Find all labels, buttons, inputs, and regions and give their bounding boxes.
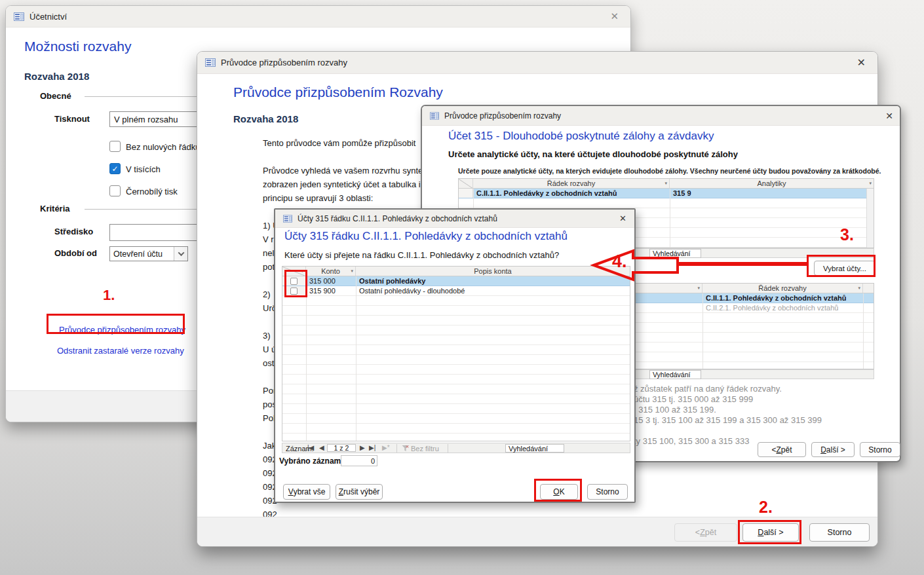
row-checkbox[interactable] [290,288,298,295]
period-from-select[interactable]: Otevření účtu [109,246,188,261]
next-button[interactable]: Další > [811,442,855,457]
remove-old-versions-link[interactable]: Odstranit zastaralé verze rozvahy [57,346,184,356]
next-label-key: D [758,528,763,537]
row-checkbox-cell[interactable] [282,286,306,295]
search-placeholder: Vyhledávání [653,250,690,257]
table-row-selected[interactable]: 315 000 Ostatní pohledávky [282,276,630,286]
gridline [306,276,307,441]
back-button[interactable]: < Zpět [674,523,737,542]
column-header-radek-rozvahy[interactable]: Řádek rozvahy▾ [703,284,863,293]
titlebar[interactable]: Účty 315 řádku C.II.1.1. Pohledávky z ob… [275,210,634,228]
clear-selection-button[interactable]: Zrušit výběr [336,484,383,500]
checkbox-in-thousands[interactable]: ✓ [109,163,121,174]
cancel-button[interactable]: Storno [860,442,900,457]
select-all-button[interactable]: Vybrat vše [283,484,330,500]
chevron-down-icon[interactable]: ▾ [858,286,860,291]
table-row-selected[interactable]: C.II.1.1. Pohledávky z obchodních vztahů… [459,189,874,198]
search-placeholder: Vyhledávání [509,445,548,453]
gridline [863,293,864,369]
filter-state-label[interactable]: Bez filtru [411,445,439,453]
back-button[interactable]: < Zpět [758,442,806,457]
checkbox-bw-print-label: Černobílý tisk [126,187,178,196]
form-icon [283,215,292,223]
divider [396,444,397,453]
new-record-button[interactable]: ▶* [382,444,390,451]
ok-button[interactable]: OK [540,484,578,500]
form-icon [430,112,439,120]
next-record-button[interactable]: ▶ [360,444,365,451]
window-title: Průvodce přizpůsobením rozvahy [444,111,561,121]
next-button[interactable]: Další > [742,523,799,542]
back-label-rest: pět [705,528,716,537]
wizard-link[interactable]: Průvodce přizpůsobením rozvahy [59,325,185,335]
dropdown-button[interactable] [174,247,187,261]
back-label-key: Z [700,528,705,537]
column-header-spacer [863,284,874,293]
last-record-button[interactable]: ▶| [369,444,375,451]
close-icon[interactable]: ✕ [610,6,619,27]
row-spacer [863,293,874,303]
selected-records-label: Vybráno záznamů [279,456,346,466]
select-all-corner[interactable] [459,179,473,188]
chevron-down-icon[interactable]: ▾ [301,269,303,274]
record-position-value: 1 z 2 [334,444,349,452]
back-label: < [771,445,776,454]
row-checkbox-cell[interactable] [282,276,306,286]
row-label: C.II.1.1. Pohledávky z obchodních vztahů [703,293,863,303]
column-header-popis-konta[interactable]: Popis konta [356,267,630,276]
gridline [670,189,670,248]
table-row[interactable]: 315 900 Ostatní pohledávky - dlouhodobé [282,286,630,296]
column-header-konto[interactable]: Konto▾ [306,267,356,276]
cancel-button[interactable]: Storno [809,523,870,542]
close-icon[interactable]: ✕ [857,52,866,73]
ok-rest: K [560,487,565,496]
report-version: Rozvaha 2018 [233,113,298,124]
vertical-scrollbar[interactable] [866,189,874,248]
chevron-down-icon[interactable]: ▾ [869,181,872,186]
record-position[interactable]: 1 z 2 [327,444,356,452]
form-icon [205,58,216,67]
search-placeholder: Vyhledávání [653,371,690,379]
next-label-rest: alší > [826,445,845,454]
window-title: Průvodce přizpůsobením rozvahy [221,58,347,67]
chevron-down-icon[interactable]: ▾ [697,286,700,291]
group-general-label: Obecné [40,91,71,101]
search-input[interactable]: Vyhledávání [649,249,701,258]
step-subtitle: Určete analytické účty, na které účtujet… [448,149,738,159]
search-input[interactable]: Vyhledávání [649,370,701,379]
chevron-down-icon[interactable]: ▾ [351,269,353,274]
row-analytics: 315 9 [670,189,874,198]
back-label: < [695,528,700,537]
cost-center-label: Středisko [54,227,93,236]
select-accounts-button[interactable]: Vybrat účty... [814,261,876,276]
chevron-down-icon[interactable]: ▾ [664,181,667,186]
close-icon[interactable]: ✕ [885,106,893,125]
table-header: ▾ Konto▾ Popis konta [282,267,630,276]
desktop: Účetnictví ✕ Možnosti rozvahy Rozvaha 20… [0,0,924,575]
check-icon: ✓ [111,164,118,174]
search-input[interactable]: Vyhledávání [505,444,564,453]
close-icon[interactable]: ✕ [619,210,626,227]
row-checkbox[interactable] [290,278,298,285]
checkbox-bw-print[interactable] [109,185,121,196]
row-konto: 315 900 [306,286,356,295]
column-header-radek-rozvahy[interactable]: Řádek rozvahy▾ [473,179,670,188]
titlebar[interactable]: Účetnictví ✕ [6,6,630,28]
filter-icon [402,445,409,453]
selected-records-input[interactable]: 0 [341,455,377,466]
checkbox-no-zero-rows[interactable] [109,141,121,152]
cancel-button[interactable]: Storno [587,484,628,500]
clear-selection-key: Z [339,487,343,496]
previous-record-button[interactable]: ◀ [319,444,324,451]
column-label: Popis konta [474,267,511,275]
titlebar[interactable]: Průvodce přizpůsobením rozvahy ✕ [422,106,900,126]
column-header-analytiky[interactable]: Analytiky▾ [670,179,874,188]
intro-line: zobrazen jeden syntetický účet a tabulka… [263,179,423,193]
row-selector[interactable] [459,189,473,198]
titlebar[interactable]: Průvodce přizpůsobením rozvahy ✕ [197,52,877,74]
step-note: Určete pouze analytické účty, na kterých… [458,167,881,175]
first-record-button[interactable]: |◀ [307,444,314,451]
intro-line: Průvodce vyhledá ve vašem rozvrhu synte [263,166,423,179]
column-label: Řádek rozvahy [758,284,806,292]
select-all-corner[interactable]: ▾ [282,267,306,276]
